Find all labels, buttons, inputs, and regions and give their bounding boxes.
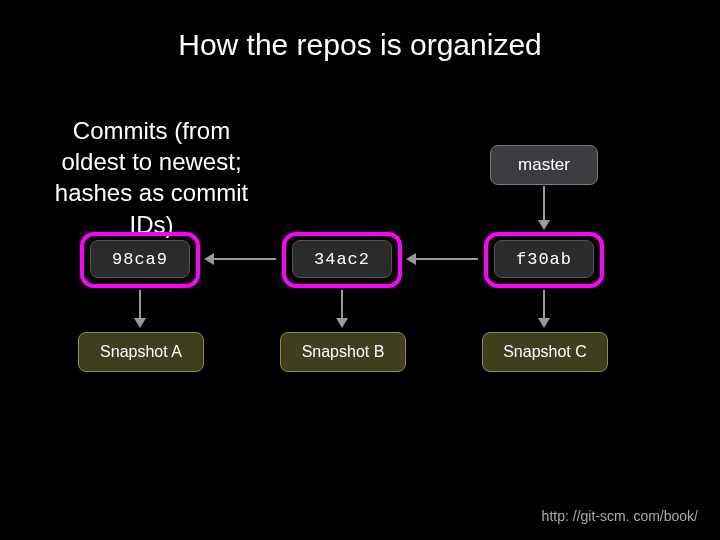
arrow-master-to-commit bbox=[543, 186, 545, 222]
arrow-head-icon bbox=[406, 253, 416, 265]
arrow-commit-to-snapshot bbox=[139, 290, 141, 320]
arrow-commit-to-snapshot bbox=[543, 290, 545, 320]
commits-caption: Commits (from oldest to newest; hashes a… bbox=[44, 115, 259, 240]
master-branch-node: master bbox=[490, 145, 598, 185]
arrow-head-icon bbox=[204, 253, 214, 265]
snapshot-node-b: Snapshot B bbox=[280, 332, 406, 372]
commit-node-2: 34ac2 bbox=[292, 240, 392, 278]
snapshot-node-a: Snapshot A bbox=[78, 332, 204, 372]
arrow-commit-to-snapshot bbox=[341, 290, 343, 320]
arrow-head-icon bbox=[538, 220, 550, 230]
arrow-commit-parent bbox=[214, 258, 276, 260]
slide-title: How the repos is organized bbox=[0, 28, 720, 62]
commit-node-1: 98ca9 bbox=[90, 240, 190, 278]
arrow-commit-parent bbox=[416, 258, 478, 260]
arrow-head-icon bbox=[336, 318, 348, 328]
arrow-head-icon bbox=[538, 318, 550, 328]
source-citation: http: //git-scm. com/book/ bbox=[542, 508, 698, 524]
snapshot-node-c: Snapshot C bbox=[482, 332, 608, 372]
commit-node-3: f30ab bbox=[494, 240, 594, 278]
arrow-head-icon bbox=[134, 318, 146, 328]
